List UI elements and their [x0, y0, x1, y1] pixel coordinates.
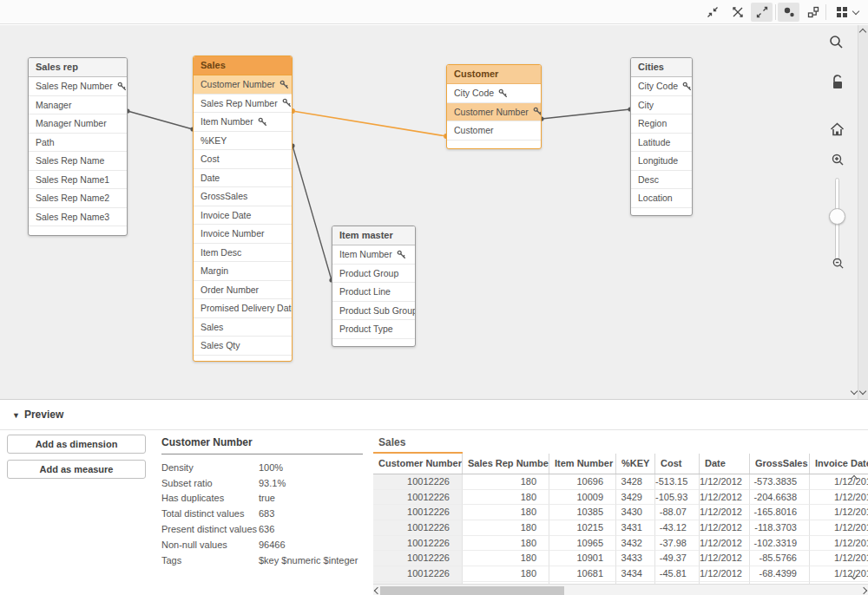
field-promised-delivery-date[interactable]: Promised Delivery Date: [194, 299, 292, 318]
home-icon[interactable]: [830, 122, 845, 140]
scroll-down-icon[interactable]: [851, 388, 858, 395]
field-invoice-date[interactable]: Invoice Date: [194, 206, 292, 226]
grid-view-menu[interactable]: [830, 3, 863, 22]
field-date[interactable]: Date: [194, 169, 292, 188]
field-invoice-number[interactable]: Invoice Number: [194, 225, 292, 244]
table-cell: 3428: [616, 474, 655, 490]
stat-value: 683: [259, 508, 274, 519]
preview-collapse-toggle[interactable]: ▼Preview: [12, 409, 63, 421]
field-latitude[interactable]: Latitude: [631, 134, 692, 153]
field-label: Product Group: [339, 268, 398, 278]
field-label: Customer: [454, 125, 494, 135]
table-cell: 1/12/2012: [700, 551, 750, 566]
table-cell: 10681: [549, 566, 616, 582]
field-sales-qty[interactable]: Sales Qty: [194, 337, 292, 356]
table-cities[interactable]: Cities City CodeCityRegionLatitudeLongit…: [630, 57, 693, 216]
expand-all-icon[interactable]: [751, 3, 773, 22]
table-cell: 180: [463, 490, 549, 506]
table-cell: 1/12/2012: [700, 474, 750, 490]
table-item-master[interactable]: Item master Item NumberProduct GroupProd…: [332, 226, 416, 347]
field-city[interactable]: City: [631, 96, 692, 115]
field-manager[interactable]: Manager: [29, 96, 127, 115]
internal-table-view-icon[interactable]: [778, 3, 799, 22]
field-customer-number[interactable]: Customer Number: [194, 75, 292, 95]
stat-value: 636: [259, 524, 274, 534]
table-header[interactable]: Item master: [332, 226, 415, 245]
field-sales-rep-name2[interactable]: Sales Rep Name2: [29, 189, 127, 208]
field-item-number[interactable]: Item Number: [332, 245, 415, 265]
field-sales-rep-name1[interactable]: Sales Rep Name1: [29, 171, 127, 190]
table-cell: -88.07: [655, 505, 700, 520]
field-sales-rep-name[interactable]: Sales Rep Name: [29, 152, 127, 171]
scroll-up-icon[interactable]: [859, 29, 866, 36]
table-cell: -118.3703: [750, 520, 810, 536]
table-header[interactable]: Sales: [194, 56, 292, 75]
search-icon[interactable]: [828, 34, 844, 53]
table-cell: 10215: [549, 520, 616, 536]
table-sales[interactable]: Sales Customer NumberSales Rep NumberIte…: [193, 56, 293, 362]
table-header[interactable]: Customer: [447, 65, 541, 84]
field-label: Sales Rep Name: [36, 155, 104, 166]
field-item-desc[interactable]: Item Desc: [194, 244, 292, 263]
collapse-linked-icon[interactable]: [727, 3, 748, 22]
table-cell: -37.98: [655, 536, 700, 552]
table-cell: 1/12/2012: [700, 490, 750, 506]
add-as-dimension-button[interactable]: Add as dimension: [7, 435, 146, 454]
app-window: { "toolbar": { "icons": [ { "name": "col…: [0, 0, 868, 595]
field-grosssales[interactable]: GrossSales: [194, 187, 292, 206]
field-customer[interactable]: Customer: [447, 121, 541, 141]
toolbar-separator: [825, 4, 826, 20]
field-desc[interactable]: Desc: [631, 171, 692, 190]
key-icon: [533, 107, 542, 116]
table-cell: 3431: [616, 520, 655, 536]
collapse-all-icon[interactable]: [701, 3, 723, 22]
field-customer-number[interactable]: Customer Number: [447, 103, 541, 122]
scroll-down-icon[interactable]: [859, 388, 866, 395]
field-margin[interactable]: Margin: [194, 262, 292, 281]
table-cell: 1/12/2012: [700, 505, 750, 520]
field-key[interactable]: %KEY: [194, 132, 292, 151]
table-customer[interactable]: Customer City CodeCustomer NumberCustome…: [446, 64, 542, 149]
field-sales[interactable]: Sales: [194, 318, 292, 337]
zoom-slider-thumb[interactable]: [829, 208, 845, 225]
canvas-vertical-scrollbar[interactable]: [858, 25, 868, 399]
key-icon: [498, 88, 508, 98]
field-city-code[interactable]: City Code: [447, 84, 541, 103]
field-manager-number[interactable]: Manager Number: [29, 114, 127, 134]
field-path[interactable]: Path: [29, 134, 127, 153]
table-sales-rep[interactable]: Sales rep Sales Rep NumberManagerManager…: [28, 57, 128, 236]
field-sales-rep-number[interactable]: Sales Rep Number: [194, 95, 292, 114]
field-item-number[interactable]: Item Number: [194, 113, 292, 132]
field-sales-rep-number[interactable]: Sales Rep Number: [29, 77, 127, 96]
scrollbar-thumb[interactable]: [380, 586, 564, 595]
table-header[interactable]: Cities: [631, 58, 692, 77]
field-label: Order Number: [201, 284, 259, 295]
grid-view-icon: [835, 5, 849, 19]
add-as-measure-button[interactable]: Add as measure: [7, 460, 146, 479]
field-label: Sales Rep Number: [201, 98, 278, 108]
table-header[interactable]: Sales rep: [29, 58, 127, 77]
table-horizontal-scrollbar[interactable]: [373, 584, 868, 595]
zoom-in-icon[interactable]: [831, 153, 845, 170]
field-product-type[interactable]: Product Type: [332, 320, 415, 339]
lock-open-icon[interactable]: [831, 75, 845, 94]
table-cell: 10012226: [373, 536, 463, 552]
field-order-number[interactable]: Order Number: [194, 281, 292, 300]
key-icon: [279, 80, 289, 89]
field-region[interactable]: Region: [631, 114, 692, 134]
table-row: 10012226180106813434-45.811/12/2012-68.4…: [373, 566, 868, 582]
field-sales-rep-name3[interactable]: Sales Rep Name3: [29, 208, 127, 227]
auto-layout-icon[interactable]: [802, 3, 824, 22]
toolbar-separator: [775, 4, 776, 20]
column-header-invoice-date: Invoice Date: [810, 454, 868, 474]
scroll-right-icon[interactable]: [860, 587, 867, 594]
field-city-code[interactable]: City Code: [631, 77, 692, 96]
stat-label: Total distinct values: [161, 508, 259, 519]
field-location[interactable]: Location: [631, 189, 692, 208]
field-product-sub-group[interactable]: Product Sub Group: [332, 302, 415, 321]
zoom-out-icon[interactable]: [832, 257, 845, 273]
field-product-group[interactable]: Product Group: [332, 265, 415, 284]
field-longitude[interactable]: Longitude: [631, 152, 692, 171]
field-cost[interactable]: Cost: [194, 150, 292, 169]
field-product-line[interactable]: Product Line: [332, 283, 415, 302]
